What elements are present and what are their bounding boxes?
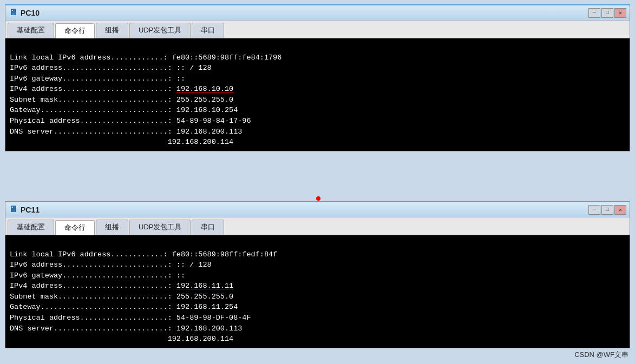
pc10-tab-jichupeizhи[interactable]: 基础配置: [8, 23, 54, 38]
pc10-close-button[interactable]: ✕: [614, 8, 626, 18]
pc11-window: 🖥 PC11 ─ □ ✕ 基础配置 命令行 组播 UDP发包工具 串口 Link…: [5, 201, 630, 348]
pc10-icon: 🖥: [9, 8, 17, 18]
pc11-title-left: 🖥 PC11: [9, 204, 40, 215]
pc11-tab-chuankou[interactable]: 串口: [192, 220, 224, 235]
pc11-tab-udp[interactable]: UDP发包工具: [129, 220, 191, 235]
pc11-minimize-button[interactable]: ─: [588, 205, 600, 215]
pc11-title: PC11: [21, 206, 40, 214]
pc11-line7: Physical address....................: 54…: [10, 314, 251, 322]
pc10-line9: 192.168.200.114: [10, 138, 233, 146]
pc11-line6: Gateway.............................: 19…: [10, 303, 238, 311]
pc10-minimize-button[interactable]: ─: [588, 8, 600, 18]
pc11-close-button[interactable]: ✕: [614, 205, 626, 215]
pc10-titlebar: 🖥 PC10 ─ □ ✕: [5, 5, 630, 21]
pc11-titlebar: 🖥 PC11 ─ □ ✕: [5, 202, 630, 217]
pc11-line8: DNS server..........................: 19…: [10, 325, 242, 333]
pc11-tab-mingling[interactable]: 命令行: [55, 220, 95, 235]
pc11-tab-jichu[interactable]: 基础配置: [8, 220, 54, 235]
pc10-line5: Subnet mask.........................: 25…: [10, 96, 233, 104]
pc10-tab-zubo[interactable]: 组播: [96, 23, 128, 38]
pc11-line1: Link local IPv6 address............: fe8…: [10, 250, 277, 259]
watermark: CSDN @WF文串: [574, 350, 629, 360]
pc10-terminal: Link local IPv6 address............: fe8…: [5, 38, 630, 151]
pc11-controls: ─ □ ✕: [588, 205, 626, 215]
pc11-line2: IPv6 address........................: ::…: [10, 261, 212, 269]
pc10-line6: Gateway.............................: 19…: [10, 106, 238, 114]
pc11-line4: IPv4 address........................: 19…: [10, 282, 233, 290]
pc11-icon: 🖥: [9, 204, 17, 215]
pc10-line1: Link local IPv6 address............: fe8…: [10, 54, 282, 62]
pc10-line8: DNS server..........................: 19…: [10, 128, 242, 136]
pc10-controls: ─ □ ✕: [588, 8, 626, 18]
pc10-title-left: 🖥 PC10: [9, 8, 40, 18]
pc10-tab-mingling[interactable]: 命令行: [55, 23, 95, 38]
pc10-ipv4-value: 192.168.10.10: [176, 85, 233, 93]
pc10-line7: Physical address....................: 54…: [10, 117, 251, 125]
pc11-tabs: 基础配置 命令行 组播 UDP发包工具 串口: [5, 217, 630, 235]
pc10-line4: IPv4 address........................: 19…: [10, 85, 233, 93]
pc10-window: 🖥 PC10 ─ □ ✕ 基础配置 命令行 组播 UDP发包工具 串口 Link…: [5, 4, 630, 151]
pc11-line5: Subnet mask.........................: 25…: [10, 293, 233, 301]
pc11-line3: IPv6 gateway........................: ::: [10, 272, 185, 280]
red-dot-separator: [316, 196, 320, 201]
pc10-maximize-button[interactable]: □: [601, 8, 613, 18]
pc11-ipv4-value: 192.168.11.11: [176, 282, 233, 290]
pc10-title: PC10: [21, 9, 40, 17]
pc11-tab-zubo[interactable]: 组播: [96, 220, 128, 235]
pc11-line9: 192.168.200.114: [10, 335, 233, 343]
pc11-maximize-button[interactable]: □: [601, 205, 613, 215]
pc11-terminal: Link local IPv6 address............: fe8…: [5, 235, 630, 348]
pc10-tabs: 基础配置 命令行 组播 UDP发包工具 串口: [5, 21, 630, 38]
pc10-tab-udp[interactable]: UDP发包工具: [129, 23, 191, 38]
pc10-tab-chuankou[interactable]: 串口: [192, 23, 224, 38]
pc10-line3: IPv6 gateway........................: ::: [10, 75, 185, 83]
pc10-line2: IPv6 address........................: ::…: [10, 64, 212, 72]
